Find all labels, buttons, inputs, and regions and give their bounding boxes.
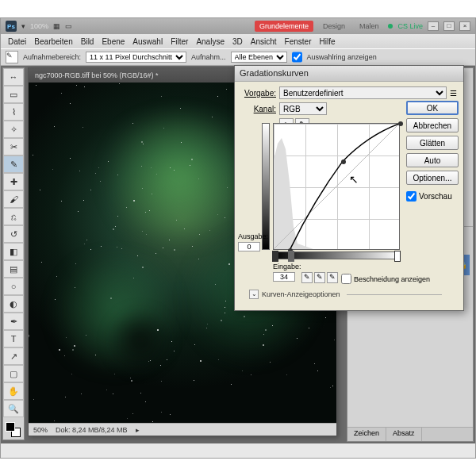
input-slider[interactable] bbox=[288, 251, 294, 262]
close-button[interactable]: × bbox=[459, 21, 470, 31]
zoom-tool[interactable]: 🔍 bbox=[3, 400, 24, 417]
menu-ebene[interactable]: Ebene bbox=[98, 37, 129, 46]
menu-bearbeiten[interactable]: Bearbeiten bbox=[30, 37, 76, 46]
hand-tool[interactable]: ✋ bbox=[3, 382, 24, 400]
pen-tool[interactable]: ✒ bbox=[3, 313, 24, 330]
sample-size-select[interactable]: 11 x 11 Pixel Durchschnitt bbox=[86, 52, 186, 63]
stamp-tool[interactable]: ⎌ bbox=[3, 208, 24, 225]
gray-eyedropper-icon[interactable]: ✎ bbox=[314, 272, 325, 283]
preset-select[interactable]: Benutzerdefiniert bbox=[279, 86, 447, 99]
path-tool[interactable]: ↗ bbox=[3, 347, 24, 365]
star bbox=[70, 103, 71, 104]
workspace-tab-active[interactable]: Grundelemente bbox=[255, 21, 313, 32]
output-label: Ausgabe: bbox=[238, 232, 268, 240]
screen-icon[interactable]: ▭ bbox=[65, 22, 72, 30]
curve-point-mid[interactable] bbox=[341, 159, 346, 164]
star bbox=[101, 246, 102, 247]
ok-button[interactable]: OK bbox=[406, 101, 459, 115]
foreground-color[interactable] bbox=[6, 422, 15, 432]
dialog-titlebar[interactable]: Gradationskurven bbox=[235, 66, 463, 82]
clipping-checkbox[interactable] bbox=[341, 274, 351, 284]
star bbox=[148, 361, 149, 362]
white-point-slider[interactable] bbox=[394, 251, 401, 262]
smooth-button[interactable]: Glätten bbox=[406, 136, 459, 150]
color-swatches[interactable] bbox=[3, 420, 24, 440]
marquee-tool[interactable]: ▭ bbox=[3, 86, 24, 103]
eyedropper-tool[interactable]: ✎ bbox=[3, 155, 24, 173]
status-zoom[interactable]: 50% bbox=[33, 426, 48, 434]
tab-absatz[interactable]: Absatz bbox=[386, 428, 422, 441]
star bbox=[84, 244, 85, 244]
star bbox=[29, 335, 29, 336]
sample-layers-select[interactable]: Alle Ebenen bbox=[231, 52, 287, 63]
cslive-menu[interactable]: CS Live bbox=[397, 22, 423, 30]
star bbox=[142, 188, 143, 189]
channel-select[interactable]: RGB bbox=[279, 102, 327, 115]
menu-fenster[interactable]: Fenster bbox=[281, 37, 316, 46]
zoom-level[interactable]: 100% bbox=[30, 22, 48, 30]
input-field[interactable] bbox=[273, 272, 295, 282]
shape-tool[interactable]: ▢ bbox=[3, 365, 24, 382]
lasso-tool[interactable]: ⌇ bbox=[3, 103, 24, 121]
eyedropper-icon[interactable]: ✎ bbox=[6, 51, 18, 63]
history-brush-tool[interactable]: ↺ bbox=[3, 225, 24, 243]
star bbox=[151, 167, 152, 168]
curve-point-highlight[interactable] bbox=[398, 121, 403, 126]
star bbox=[170, 414, 171, 415]
blur-tool[interactable]: ○ bbox=[3, 278, 24, 295]
star bbox=[33, 155, 33, 155]
options-bar: ✎ Aufnahmebereich: 11 x 11 Pixel Durchsc… bbox=[1, 48, 475, 66]
maximize-button[interactable]: □ bbox=[443, 21, 455, 31]
star bbox=[217, 96, 218, 97]
options-button[interactable]: Optionen... bbox=[406, 171, 459, 185]
preview-checkbox[interactable] bbox=[406, 191, 416, 202]
black-eyedropper-icon[interactable]: ✎ bbox=[301, 272, 313, 283]
workspace-tab-paint[interactable]: Malen bbox=[355, 21, 384, 32]
gradient-tool[interactable]: ▤ bbox=[3, 260, 24, 278]
menu-ansicht[interactable]: Ansicht bbox=[247, 37, 281, 46]
svg-line-0 bbox=[274, 124, 399, 249]
view-icon[interactable]: ▦ bbox=[53, 22, 60, 30]
menu-bild[interactable]: Bild bbox=[77, 37, 98, 46]
star bbox=[56, 276, 57, 277]
status-arrow-icon[interactable]: ▸ bbox=[136, 426, 140, 434]
auto-button[interactable]: Auto bbox=[406, 153, 459, 167]
dodge-tool[interactable]: ◐ bbox=[3, 295, 24, 313]
workspace-tab-design[interactable]: Design bbox=[318, 21, 350, 32]
white-eyedropper-icon[interactable]: ✎ bbox=[327, 272, 338, 283]
curves-graph[interactable] bbox=[273, 123, 400, 250]
cancel-button[interactable]: Abbrechen bbox=[406, 118, 459, 132]
dialog-buttons: OK Abbrechen Glätten Auto Optionen... Vo… bbox=[406, 101, 459, 202]
eraser-tool[interactable]: ◧ bbox=[3, 243, 24, 260]
heal-tool[interactable]: ✚ bbox=[3, 173, 24, 190]
star bbox=[113, 393, 113, 394]
star bbox=[225, 301, 226, 301]
display-options-label[interactable]: Kurven-Anzeigeoptionen bbox=[262, 290, 340, 298]
menu-datei[interactable]: Datei bbox=[4, 37, 30, 46]
tab-zeichen[interactable]: Zeichen bbox=[347, 428, 386, 441]
expand-chevron-icon[interactable]: ⌄ bbox=[249, 290, 259, 299]
star bbox=[180, 108, 181, 109]
wand-tool[interactable]: ✧ bbox=[3, 121, 24, 138]
menu-auswahl[interactable]: Auswahl bbox=[129, 37, 167, 46]
menu-filter[interactable]: Filter bbox=[167, 37, 192, 46]
preset-label: Vorgabe: bbox=[241, 89, 276, 98]
crop-tool[interactable]: ✂ bbox=[3, 138, 24, 155]
menu-3d[interactable]: 3D bbox=[228, 37, 247, 46]
output-field[interactable] bbox=[238, 242, 260, 251]
sample-size-label: Aufnahmebereich: bbox=[23, 53, 81, 61]
star bbox=[198, 259, 199, 259]
star bbox=[137, 255, 138, 256]
star bbox=[70, 158, 71, 159]
show-ring-checkbox[interactable] bbox=[292, 52, 302, 63]
star bbox=[332, 386, 333, 386]
minimize-button[interactable]: – bbox=[428, 21, 439, 31]
black-point-slider[interactable] bbox=[272, 251, 278, 262]
move-tool[interactable]: ↔ bbox=[3, 68, 24, 86]
titlebar: Ps ▾ 100% ▦ ▭ Grundelemente Design Malen… bbox=[1, 18, 475, 34]
brush-tool[interactable]: 🖌 bbox=[3, 190, 24, 208]
type-tool[interactable]: T bbox=[3, 330, 24, 347]
menu-analyse[interactable]: Analyse bbox=[192, 37, 228, 46]
menu-hilfe[interactable]: Hilfe bbox=[315, 37, 339, 46]
preset-menu-icon[interactable]: ☰ bbox=[450, 89, 457, 98]
